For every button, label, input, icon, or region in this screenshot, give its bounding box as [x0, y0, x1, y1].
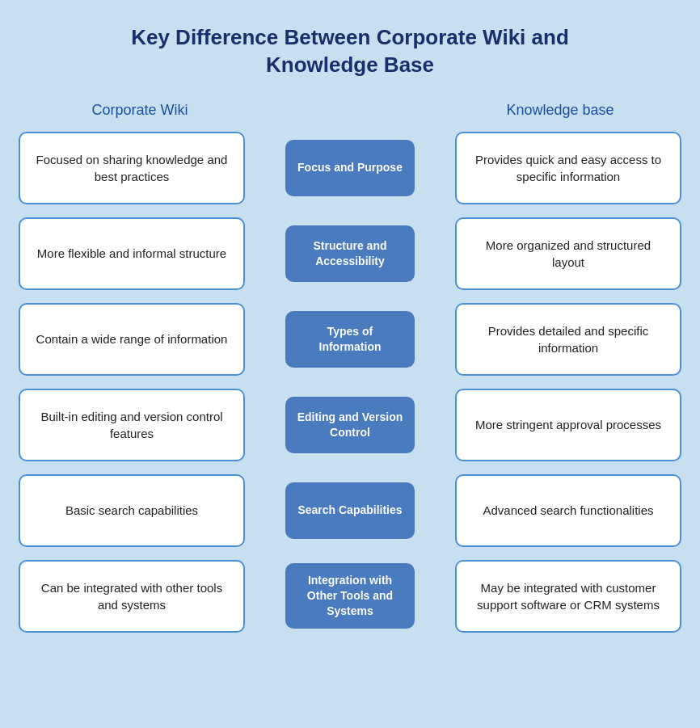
right-box: More organized and structured layout [455, 217, 681, 290]
right-box: May be integrated with customer support … [455, 560, 681, 633]
center-label: Editing and Version Control [285, 397, 415, 453]
right-column-header: Knowledge base [447, 102, 673, 119]
center-label: Structure and Accessibility [285, 225, 415, 282]
center-label: Search Capabilities [285, 482, 415, 539]
left-box: Can be integrated with other tools and s… [19, 560, 245, 633]
right-box: Provides quick and easy access to specif… [455, 132, 681, 204]
left-box: Built-in editing and version control fea… [19, 389, 245, 461]
page-title: Key Difference Between Corporate Wiki an… [108, 24, 592, 79]
left-column-header: Corporate Wiki [27, 102, 253, 119]
left-box: Focused on sharing knowledge and best pr… [19, 132, 245, 204]
right-box: Provides detailed and specific informati… [455, 303, 681, 376]
comparison-row: Focused on sharing knowledge and best pr… [19, 132, 681, 204]
right-box: Advanced search functionalities [455, 474, 681, 547]
comparison-rows: Focused on sharing knowledge and best pr… [19, 132, 681, 633]
right-box: More stringent approval processes [455, 389, 681, 461]
comparison-row: Built-in editing and version control fea… [19, 389, 681, 461]
center-label: Focus and Purpose [285, 140, 415, 196]
center-label: Types of Information [285, 311, 415, 368]
comparison-row: Contain a wide range of informationTypes… [19, 303, 681, 376]
center-label: Integration with Other Tools and Systems [285, 563, 415, 629]
left-box: Basic search capabilities [19, 474, 245, 547]
comparison-row: More flexible and informal structureStru… [19, 217, 681, 290]
comparison-row: Can be integrated with other tools and s… [19, 560, 681, 633]
column-headers: Corporate Wiki Knowledge base [19, 102, 681, 119]
main-container: Key Difference Between Corporate Wiki an… [19, 24, 681, 633]
comparison-row: Basic search capabilitiesSearch Capabili… [19, 474, 681, 547]
left-box: More flexible and informal structure [19, 217, 245, 290]
left-box: Contain a wide range of information [19, 303, 245, 376]
